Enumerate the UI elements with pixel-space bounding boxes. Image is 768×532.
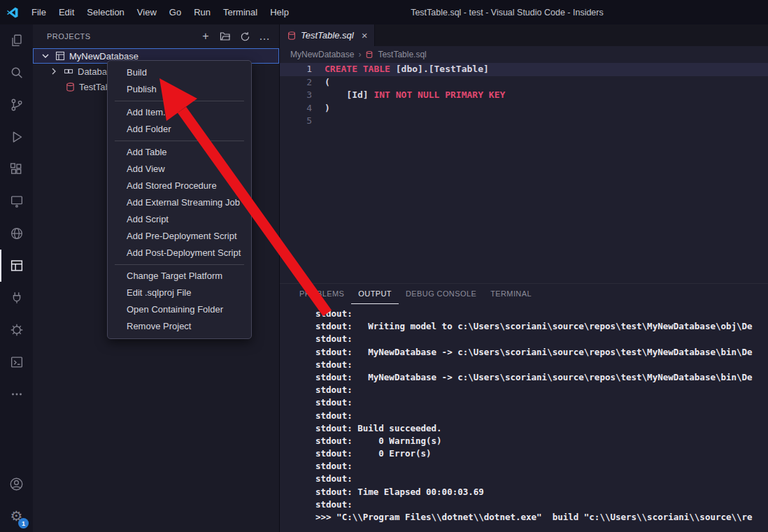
refresh-icon[interactable] (237, 29, 253, 44)
context-menu-item-publish[interactable]: Publish (108, 81, 251, 98)
menu-go[interactable]: Go (163, 0, 187, 24)
editor-tab-bar: TestTable.sql × (280, 24, 768, 46)
menu-view[interactable]: View (131, 0, 163, 24)
database-project-icon (55, 50, 66, 62)
code-line-1: 1CREATE TABLE [dbo].[TestTable] (280, 63, 768, 76)
line-number: 3 (280, 89, 312, 102)
source-control-icon[interactable] (0, 89, 33, 121)
menu-run[interactable]: Run (187, 0, 217, 24)
editor-group: TestTable.sql × MyNewDatabase › TestTabl… (279, 24, 768, 532)
more-items-icon[interactable] (0, 378, 33, 410)
context-menu-item-add-pre-deployment-script[interactable]: Add Pre-Deployment Script (108, 228, 251, 245)
output-line: stdout: (315, 396, 768, 409)
context-menu-item-add-post-deployment-script[interactable]: Add Post-Deployment Script (108, 245, 251, 261)
tab-testtable-sql[interactable]: TestTable.sql × (280, 24, 375, 46)
code-lines: 1CREATE TABLE [dbo].[TestTable]2(3 [Id] … (280, 63, 768, 128)
context-menu-item-edit-sqlproj-file[interactable]: Edit .sqlproj File (108, 285, 251, 301)
context-menu-item-add-stored-procedure[interactable]: Add Stored Procedure (108, 178, 251, 194)
breadcrumb-file[interactable]: TestTable.sql (378, 50, 426, 59)
menu-file[interactable]: File (25, 0, 52, 24)
sql-file-icon (287, 31, 297, 41)
run-debug-icon[interactable] (0, 121, 33, 153)
line-number: 5 (280, 115, 312, 128)
menu-terminal[interactable]: Terminal (217, 0, 264, 24)
panel-tab-debug-console[interactable]: DEBUG CONSOLE (399, 284, 483, 304)
output-line: stdout: 0 Error(s) (315, 447, 768, 460)
chevron-down-icon (40, 50, 51, 62)
open-folder-button[interactable] (218, 29, 233, 44)
chevron-right-icon: › (358, 50, 361, 59)
context-menu-item-add-table[interactable]: Add Table (108, 144, 251, 161)
chevron-right-icon (48, 66, 59, 77)
line-number: 2 (280, 76, 312, 89)
tab-label: TestTable.sql (301, 30, 354, 41)
window-title: TestTable.sql - test - Visual Studio Cod… (295, 8, 719, 17)
add-project-button[interactable]: + (198, 29, 213, 44)
code-editor[interactable]: 1CREATE TABLE [dbo].[TestTable]2(3 [Id] … (280, 62, 768, 283)
context-menu-item-change-target-platform[interactable]: Change Target Platform (108, 268, 251, 285)
close-tab-icon[interactable]: × (362, 29, 368, 41)
output-console[interactable]: stdout:stdout: Writing model to c:\Users… (280, 304, 768, 532)
output-line: stdout: (315, 308, 768, 320)
settings-gear-icon[interactable]: ⚙ 1 (0, 500, 33, 532)
output-line: stdout: 0 Warning(s) (315, 435, 768, 447)
connections-icon[interactable] (0, 282, 33, 314)
output-line: stdout: MyNewDatabase -> c:\Users\scoria… (315, 371, 768, 384)
context-menu-item-add-folder[interactable]: Add Folder (108, 121, 251, 138)
database-projects-icon[interactable] (0, 250, 33, 282)
globe-icon[interactable] (0, 217, 33, 250)
breadcrumb-project[interactable]: MyNewDatabase (290, 50, 354, 59)
menu-edit[interactable]: Edit (52, 0, 80, 24)
vscode-insiders-logo (0, 6, 25, 19)
menu-bar: FileEditSelectionViewGoRunTerminalHelp (25, 0, 295, 24)
projects-panel-title: PROJECTS (47, 32, 198, 41)
extension-gear-icon[interactable] (0, 314, 33, 346)
line-number: 1 (280, 63, 312, 76)
code-line-2: 2( (280, 76, 768, 89)
menu-help[interactable]: Help (264, 0, 295, 24)
menu-separator (115, 101, 244, 101)
bottom-panel: PROBLEMSOUTPUTDEBUG CONSOLETERMINAL stdo… (280, 283, 768, 532)
output-line: stdout: (315, 359, 768, 371)
more-actions-button[interactable]: … (257, 29, 272, 44)
explorer-icon[interactable] (0, 24, 33, 57)
context-menu-item-add-item[interactable]: Add Item... (108, 104, 251, 121)
sql-file-icon (65, 82, 76, 92)
code-line-5: 5 (280, 115, 768, 128)
context-menu-item-open-containing-folder[interactable]: Open Containing Folder (108, 301, 251, 318)
panel-tab-output[interactable]: OUTPUT (351, 284, 399, 304)
context-menu-item-add-view[interactable]: Add View (108, 161, 251, 178)
output-line: stdout: (315, 333, 768, 345)
context-menu-item-add-script[interactable]: Add Script (108, 211, 251, 228)
remote-explorer-icon[interactable] (0, 185, 33, 217)
vscode-window: FileEditSelectionViewGoRunTerminalHelp T… (0, 0, 768, 532)
output-line: stdout: (315, 473, 768, 485)
search-icon[interactable] (0, 57, 33, 89)
output-line: >>> "C:\\Program Files\\dotnet\\dotnet.e… (315, 511, 768, 524)
panel-tab-terminal[interactable]: TERMINAL (483, 284, 539, 304)
title-bar: FileEditSelectionViewGoRunTerminalHelp T… (0, 0, 768, 24)
menu-separator (115, 141, 244, 141)
extensions-icon[interactable] (0, 153, 33, 185)
panel-tab-problems[interactable]: PROBLEMS (292, 284, 351, 304)
context-menu-item-build[interactable]: Build (108, 64, 251, 81)
output-line: stdout: Build succeeded. (315, 422, 768, 435)
code-line-3: 3 [Id] INT NOT NULL PRIMARY KEY (280, 89, 768, 102)
menu-selection[interactable]: Selection (80, 0, 130, 24)
console-icon[interactable] (0, 346, 33, 378)
context-menu-item-add-external-streaming-job[interactable]: Add External Streaming Job (108, 194, 251, 211)
settings-badge: 1 (18, 518, 29, 529)
breadcrumb: MyNewDatabase › TestTable.sql (280, 46, 768, 62)
context-menu: BuildPublishAdd Item...Add FolderAdd Tab… (107, 60, 252, 339)
output-line: stdout: Time Elapsed 00:00:03.69 (315, 486, 768, 498)
sql-file-icon (365, 50, 374, 59)
output-line: stdout: MyNewDatabase -> c:\Users\scoria… (315, 346, 768, 359)
database-references-icon (63, 66, 74, 77)
output-line: stdout: (315, 460, 768, 473)
projects-panel-header: PROJECTS + … (33, 24, 279, 48)
accounts-icon[interactable] (0, 468, 33, 500)
code-line-4: 4) (280, 102, 768, 115)
output-line: stdout: (315, 498, 768, 511)
activity-bar: ⚙ 1 (0, 24, 33, 532)
context-menu-item-remove-project[interactable]: Remove Project (108, 318, 251, 335)
